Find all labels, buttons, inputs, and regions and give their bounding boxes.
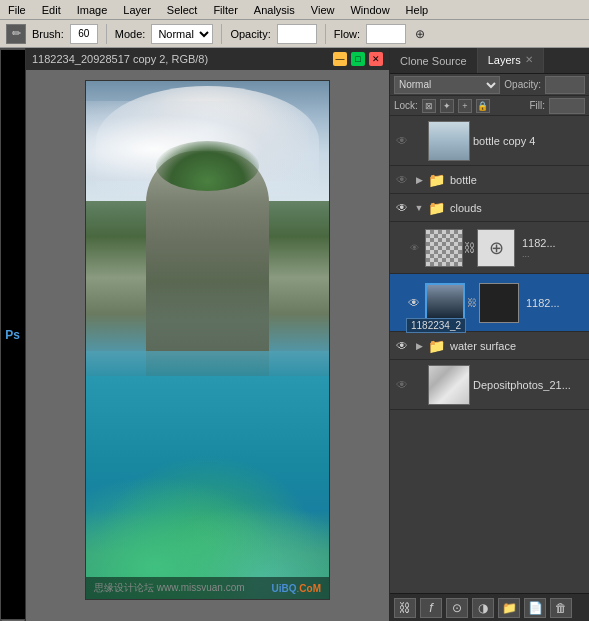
mask-icon: ⊕	[489, 237, 504, 259]
layer-name: 1182...	[526, 297, 585, 309]
layer-info: Depositphotos_21...	[473, 379, 585, 391]
canvas-area: 1182234_20928517 copy 2, RGB/8) — □ ✕	[26, 48, 389, 621]
layer-water-surface-group[interactable]: 👁 ▶ 📁 water surface	[390, 332, 589, 360]
layer-clouds-child1[interactable]: 👁 ⛓ ⊕ 1182... ...	[390, 222, 589, 274]
watermark-left: 思缘设计论坛 www.missvuan.com	[94, 581, 245, 595]
opacity-label: Opacity:	[504, 79, 541, 90]
separator2	[221, 24, 222, 44]
watermark-blue: UiBQ	[272, 583, 297, 594]
mask-link-icon: ⛓	[465, 241, 475, 255]
close-button[interactable]: ✕	[369, 52, 383, 66]
menu-edit[interactable]: Edit	[38, 4, 65, 16]
visibility-toggle[interactable]: 👁	[394, 377, 410, 393]
panel-bottom: ⛓ f ⊙ ◑ 📁 📄 🗑	[390, 593, 589, 621]
fx-button[interactable]: f	[420, 598, 442, 618]
brush-label: Brush:	[32, 28, 64, 40]
layers-panel: Normal Opacity: 100% Lock: ⊠ ✦ + 🔒 Fill:…	[390, 74, 589, 621]
layer-name: clouds	[450, 202, 585, 214]
canvas-image: 思缘设计论坛 www.missvuan.com UiBQ.CoM	[85, 80, 330, 600]
lock-checkered-icon[interactable]: ⊠	[422, 99, 436, 113]
fill-label: Fill:	[529, 100, 545, 111]
visibility-toggle[interactable]: 👁	[394, 338, 410, 354]
group-folder-icon: 📁	[428, 338, 445, 354]
separator3	[325, 24, 326, 44]
menu-image[interactable]: Image	[73, 4, 112, 16]
fill-value[interactable]: 100%	[549, 98, 585, 114]
options-bar: ✏ Brush: 60 Mode: Normal Opacity: 100% F…	[0, 20, 589, 48]
layer-tooltip: 1182234_2	[406, 318, 466, 333]
blend-mode-select[interactable]: Normal	[394, 76, 500, 94]
flow-input[interactable]: 100%	[366, 24, 406, 44]
layer-info: bottle	[450, 174, 585, 186]
lock-row: Lock: ⊠ ✦ + 🔒 Fill: 100%	[390, 96, 589, 116]
layer-bottle-group[interactable]: 👁 ▶ 📁 bottle	[390, 166, 589, 194]
opacity-value[interactable]: 100%	[545, 76, 585, 94]
canvas-content[interactable]: 思缘设计论坛 www.missvuan.com UiBQ.CoM	[26, 70, 389, 621]
layer-depositphotos[interactable]: 👁 Depositphotos_21...	[390, 360, 589, 410]
menu-select[interactable]: Select	[163, 4, 202, 16]
mode-select[interactable]: Normal	[151, 24, 213, 44]
layer-extra: ...	[522, 249, 585, 259]
layer-mask-thumbnail	[479, 283, 519, 323]
layer-info: clouds	[450, 202, 585, 214]
layer-thumbnail	[428, 365, 470, 405]
layers-list[interactable]: 👁 bottle copy 4 👁 ▶ 📁 bottle	[390, 116, 589, 593]
visibility-toggle[interactable]: 👁	[394, 172, 410, 188]
menu-view[interactable]: View	[307, 4, 339, 16]
opacity-input[interactable]: 100%	[277, 24, 317, 44]
menu-filter[interactable]: Filter	[209, 4, 241, 16]
thumb-row: ⛓	[425, 283, 519, 323]
thumb-row: ⛓ ⊕	[425, 229, 515, 267]
current-tool-icon[interactable]: ✏	[6, 24, 26, 44]
opacity-label: Opacity:	[230, 28, 270, 40]
lock-move-icon[interactable]: ✦	[440, 99, 454, 113]
expand-icon	[413, 377, 425, 393]
visibility-toggle[interactable]: 👁	[406, 240, 422, 256]
brush-preview[interactable]: 60	[70, 24, 98, 44]
panel-tabs: Clone Source Layers ✕	[390, 48, 589, 74]
layer-thumbnail	[428, 121, 470, 161]
layer-clouds-group[interactable]: 👁 ▼ 📁 clouds	[390, 194, 589, 222]
menu-file[interactable]: File	[4, 4, 30, 16]
delete-layer-button[interactable]: 🗑	[550, 598, 572, 618]
expand-icon[interactable]: ▶	[413, 172, 425, 188]
title-bar: 1182234_20928517 copy 2, RGB/8) — □ ✕	[26, 48, 389, 70]
lock-position-icon[interactable]: +	[458, 99, 472, 113]
menu-analysis[interactable]: Analysis	[250, 4, 299, 16]
layer-name: water surface	[450, 340, 585, 352]
add-mask-button[interactable]: ⊙	[446, 598, 468, 618]
coral	[85, 439, 330, 599]
lock-all-icon[interactable]: 🔒	[476, 99, 490, 113]
link-layers-button[interactable]: ⛓	[394, 598, 416, 618]
layer-name: Depositphotos_21...	[473, 379, 585, 391]
lock-label: Lock:	[394, 100, 418, 111]
maximize-button[interactable]: □	[351, 52, 365, 66]
island-trees	[156, 141, 259, 191]
layer-clouds-child2[interactable]: 👁 ⛓ 1182... 1182234_2	[390, 274, 589, 332]
mask-link-icon: ⛓	[467, 297, 477, 308]
tab-layers[interactable]: Layers ✕	[478, 48, 544, 73]
tab-close-icon[interactable]: ✕	[525, 54, 533, 65]
adjustment-button[interactable]: ◑	[472, 598, 494, 618]
main-area: Ps ↖ ⬚ ⌒ ✏ ⊠ ✦ ✚ ⊕ ▭ ▦ ○ ✒ T ▭ 🔍 ✋ 11822…	[0, 48, 589, 621]
airbrush-icon[interactable]: ⊕	[412, 26, 428, 42]
visibility-toggle[interactable]: 👁	[394, 133, 410, 149]
group-folder-icon: 📁	[428, 172, 445, 188]
layer-info: bottle copy 4	[473, 135, 585, 147]
visibility-toggle[interactable]: 👁	[394, 200, 410, 216]
expand-icon[interactable]: ▼	[413, 200, 425, 216]
minimize-button[interactable]: —	[333, 52, 347, 66]
mode-label: Mode:	[115, 28, 146, 40]
visibility-toggle[interactable]: 👁	[406, 295, 422, 311]
group-button[interactable]: 📁	[498, 598, 520, 618]
menu-layer[interactable]: Layer	[119, 4, 155, 16]
group-folder-icon: 📁	[428, 200, 445, 216]
menu-window[interactable]: Window	[346, 4, 393, 16]
expand-icon[interactable]: ▶	[413, 338, 425, 354]
layer-bottle-copy-4[interactable]: 👁 bottle copy 4	[390, 116, 589, 166]
layer-name: 1182...	[522, 237, 585, 249]
new-layer-button[interactable]: 📄	[524, 598, 546, 618]
expand-icon	[413, 133, 425, 149]
menu-help[interactable]: Help	[402, 4, 433, 16]
tab-clone-source[interactable]: Clone Source	[390, 48, 478, 73]
